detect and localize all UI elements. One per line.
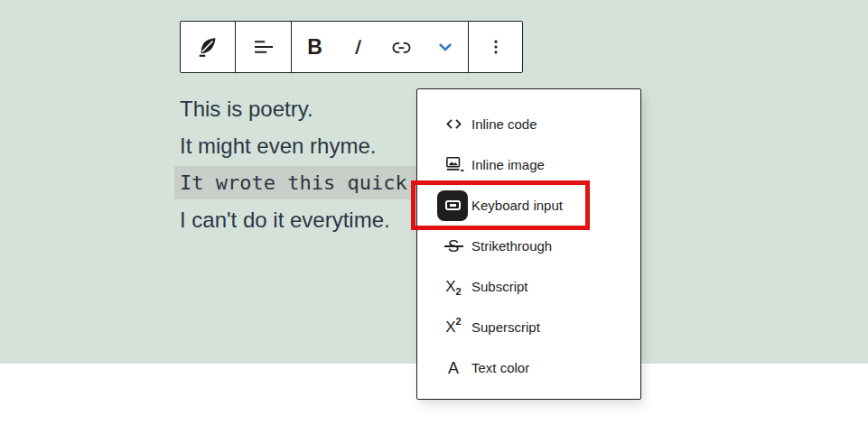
block-toolbar: B I bbox=[180, 21, 523, 73]
options-button[interactable] bbox=[474, 25, 518, 69]
menu-item-text-color[interactable]: A Text color bbox=[417, 347, 640, 388]
more-formats-button[interactable] bbox=[424, 25, 467, 69]
toolbar-group-block-type bbox=[181, 22, 235, 72]
verse-block-button[interactable] bbox=[186, 25, 229, 69]
toolbar-group-inline-formats: B I bbox=[291, 22, 468, 72]
menu-item-keyboard-input[interactable]: Keyboard input bbox=[417, 185, 640, 226]
toolbar-group-align bbox=[235, 22, 291, 72]
kebab-icon bbox=[484, 35, 508, 59]
chevron-down-icon bbox=[434, 35, 457, 59]
link-button[interactable] bbox=[380, 25, 424, 69]
verse-line-text: It might even rhyme. bbox=[180, 134, 376, 159]
toolbar-group-options bbox=[468, 22, 522, 72]
menu-item-label: Text color bbox=[471, 360, 529, 375]
menu-item-label: Strikethrough bbox=[471, 238, 552, 254]
keyboard-icon bbox=[442, 190, 465, 221]
italic-button[interactable]: I bbox=[337, 25, 380, 69]
align-left-icon bbox=[250, 33, 277, 60]
feather-icon bbox=[194, 33, 221, 60]
menu-item-superscript[interactable]: X 2 Superscript bbox=[417, 307, 640, 347]
strikethrough-icon: S bbox=[442, 231, 465, 262]
menu-item-label: Subscript bbox=[471, 279, 528, 294]
inline-code-icon bbox=[442, 109, 465, 140]
menu-item-label: Keyboard input bbox=[471, 198, 563, 213]
subscript-icon: X 2 bbox=[442, 272, 465, 302]
menu-item-strikethrough[interactable]: S Strikethrough bbox=[417, 226, 640, 266]
menu-item-subscript[interactable]: X 2 Subscript bbox=[417, 266, 640, 307]
inline-image-icon bbox=[442, 150, 465, 180]
verse-line: This is poetry. bbox=[180, 90, 418, 127]
verse-block-content[interactable]: This is poetry. It might even rhyme. It … bbox=[180, 90, 418, 238]
menu-item-label: Superscript bbox=[471, 319, 540, 335]
superscript-icon: X 2 bbox=[442, 312, 465, 343]
menu-item-label: Inline code bbox=[471, 116, 537, 132]
italic-icon: I bbox=[354, 37, 362, 58]
more-formats-dropdown: Inline code Inline image Keyboard input … bbox=[416, 88, 641, 400]
verse-line: It might even rhyme. bbox=[180, 127, 418, 164]
verse-line: I can't do it everytime. bbox=[180, 201, 418, 238]
bold-button[interactable]: B bbox=[294, 25, 337, 69]
link-icon bbox=[389, 35, 414, 60]
bold-icon: B bbox=[307, 37, 322, 58]
menu-item-inline-image[interactable]: Inline image bbox=[417, 144, 640, 185]
selected-keyboard-text: It wrote this quick bbox=[174, 166, 418, 199]
menu-item-label: Inline image bbox=[471, 157, 545, 172]
text-color-icon: A bbox=[442, 353, 465, 383]
verse-line-text: This is poetry. bbox=[180, 97, 313, 122]
verse-line-selected: It wrote this quick bbox=[180, 164, 418, 201]
align-text-button[interactable] bbox=[242, 25, 285, 69]
verse-line-text: I can't do it everytime. bbox=[180, 208, 390, 233]
menu-item-inline-code[interactable]: Inline code bbox=[417, 104, 640, 144]
